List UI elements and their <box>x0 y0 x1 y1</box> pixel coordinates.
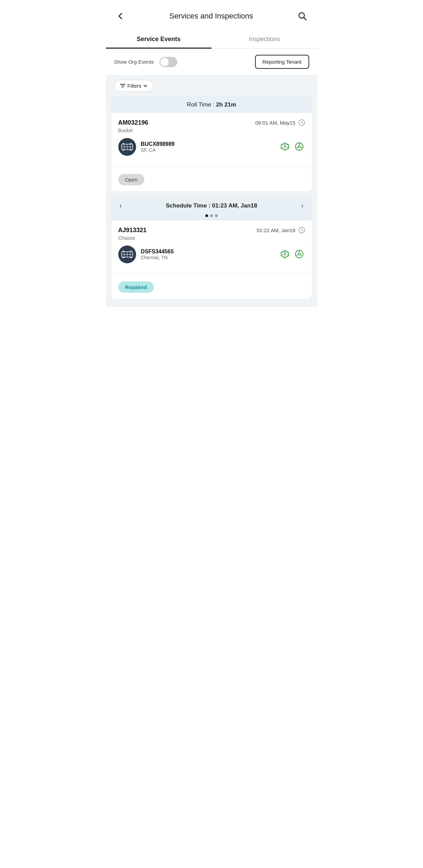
steering-action-button-1[interactable] <box>293 141 305 153</box>
asset-row-2: DSFS344565 Chennai, TN <box>118 246 305 263</box>
cards-container: Roll Time : 2h 21m AM032196 09:01 AM, Ma… <box>106 97 317 307</box>
event-type-2: Chassis <box>118 235 305 241</box>
tab-inspections[interactable]: Inspections <box>212 29 317 49</box>
asset-info-1: BUCX898989 SF, CA <box>141 141 274 153</box>
dot-3 <box>215 214 218 217</box>
event-type-1: Bucket <box>118 128 305 133</box>
page-title: Services and Inspections <box>169 12 253 21</box>
card-2-header-title: Schedule Time : 01:23 AM, Jan18 <box>166 202 257 209</box>
status-badge-2: Repaired <box>118 281 154 293</box>
tabs-bar: Service Events Inspections <box>106 29 317 49</box>
status-badge-1: Open <box>118 174 145 185</box>
dot-1 <box>205 214 208 217</box>
steering-icon-1 <box>294 141 304 152</box>
svg-rect-20 <box>130 251 132 252</box>
svg-rect-19 <box>123 251 124 252</box>
event-row-1: AM032196 09:01 AM, May15 <box>118 119 305 126</box>
svg-point-24 <box>298 253 300 255</box>
svg-rect-8 <box>130 143 132 144</box>
steering-icon-2 <box>294 249 304 259</box>
asset-action-icons-2 <box>279 248 305 261</box>
divider-1 <box>111 166 312 166</box>
tab-service-events[interactable]: Service Events <box>106 29 212 49</box>
event-time-1: 09:01 AM, May15 <box>255 119 305 126</box>
search-icon <box>297 11 307 21</box>
nav-next-button[interactable]: › <box>300 202 305 210</box>
header: Services and Inspections <box>106 0 317 29</box>
svg-rect-10 <box>130 150 132 151</box>
filter-icon <box>120 83 125 89</box>
card-2-dots <box>111 212 312 221</box>
svg-rect-9 <box>123 150 124 151</box>
asset-avatar-1 <box>118 138 136 156</box>
event-row-2: AJ913321 01:22 AM, Jan18 <box>118 227 305 234</box>
asset-action-icons-1 <box>279 141 305 153</box>
reporting-tenant-button[interactable]: Reporting Tenant <box>255 55 309 69</box>
event-time-2: 01:22 AM, Jan18 <box>257 227 305 234</box>
chevron-down-icon <box>143 84 147 88</box>
card-1-header: Roll Time : 2h 21m <box>111 97 312 113</box>
svg-rect-7 <box>123 143 124 144</box>
clock-icon-1 <box>298 119 305 126</box>
card-2-header-nav: ‹ Schedule Time : 01:23 AM, Jan18 › <box>111 197 312 212</box>
container-icon-2 <box>121 251 133 258</box>
nav-prev-button[interactable]: ‹ <box>118 202 123 210</box>
cube-icon-1 <box>280 141 290 152</box>
container-icon-1 <box>121 143 133 151</box>
show-org-events-label: Show Org Events <box>114 59 154 65</box>
asset-info-2: DSFS344565 Chennai, TN <box>141 249 274 260</box>
service-card-2: ‹ Schedule Time : 01:23 AM, Jan18 › AJ91… <box>111 197 312 299</box>
cube-action-button-2[interactable] <box>279 248 291 261</box>
svg-point-12 <box>298 146 300 148</box>
show-org-toggle[interactable] <box>159 57 177 67</box>
card-1-body: AM032196 09:01 AM, May15 Bucket <box>111 113 312 162</box>
card-2-body: AJ913321 01:22 AM, Jan18 Chassis <box>111 221 312 269</box>
event-id-1: AM032196 <box>118 119 148 126</box>
svg-rect-22 <box>130 257 132 258</box>
filters-button[interactable]: Filters <box>114 80 154 92</box>
steering-action-button-2[interactable] <box>293 248 305 261</box>
asset-avatar-2 <box>118 246 136 263</box>
card-2-footer: Repaired <box>111 278 312 299</box>
asset-row-1: BUCX898989 SF, CA <box>118 138 305 156</box>
controls-row: Show Org Events Reporting Tenant <box>106 49 317 75</box>
filters-section: Filters <box>106 75 317 97</box>
card-1-footer: Open <box>111 171 312 191</box>
service-card-1: Roll Time : 2h 21m AM032196 09:01 AM, Ma… <box>111 97 312 191</box>
search-button[interactable] <box>296 10 309 23</box>
clock-icon-2 <box>298 227 305 234</box>
divider-2 <box>111 274 312 274</box>
cube-action-button-1[interactable] <box>279 141 291 153</box>
back-button[interactable] <box>114 10 126 22</box>
event-id-2: AJ913321 <box>118 227 147 234</box>
toggle-slider <box>159 57 177 67</box>
dot-2 <box>210 214 213 217</box>
cube-icon-2 <box>280 249 290 259</box>
svg-rect-21 <box>123 257 124 258</box>
back-arrow-icon <box>116 11 125 21</box>
